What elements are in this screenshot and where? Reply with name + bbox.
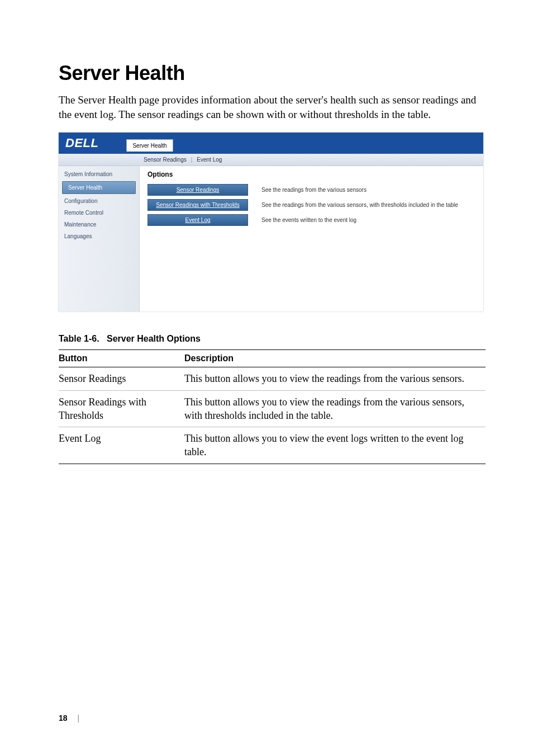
desc-sensor-readings-thresholds: See the readings from the various sensor…	[261, 202, 458, 208]
table-caption-title: Server Health Options	[107, 334, 201, 343]
option-row: Sensor Readings See the readings from th…	[147, 184, 475, 196]
option-row: Event Log See the events written to the …	[147, 214, 475, 226]
table-row: Sensor Readings with Thresholds This but…	[59, 390, 486, 427]
content-title-options: Options	[147, 171, 475, 178]
option-row: Sensor Readings with Thresholds See the …	[147, 199, 475, 211]
th-button: Button	[59, 350, 184, 367]
screenshot-content: Options Sensor Readings See the readings…	[140, 166, 483, 311]
sidebar-item-configuration[interactable]: Configuration	[59, 195, 139, 207]
button-sensor-readings-thresholds[interactable]: Sensor Readings with Thresholds	[147, 199, 248, 211]
screenshot-subnav: Sensor Readings | Event Log	[59, 154, 483, 166]
screenshot-sidebar: System Information Server Health Configu…	[59, 166, 140, 311]
table-caption: Table 1-6. Server Health Options	[59, 334, 486, 344]
subnav-event-log[interactable]: Event Log	[197, 157, 222, 163]
table-row: Event Log This button allows you to view…	[59, 427, 486, 464]
page-number-value: 18	[59, 714, 68, 722]
button-sensor-readings[interactable]: Sensor Readings	[147, 184, 248, 196]
cell-description: This button allows you to view the readi…	[184, 390, 486, 427]
sidebar-item-maintenance[interactable]: Maintenance	[59, 219, 139, 230]
cell-button: Event Log	[59, 427, 184, 464]
sidebar-item-system-information[interactable]: System Information	[59, 168, 139, 180]
button-event-log[interactable]: Event Log	[147, 214, 248, 226]
cell-description: This button allows you to view the event…	[184, 427, 486, 464]
page-number: 18|	[59, 714, 79, 722]
intro-paragraph: The Server Health page provides informat…	[59, 93, 486, 121]
screenshot-body: System Information Server Health Configu…	[59, 166, 483, 311]
page-title: Server Health	[59, 62, 486, 85]
table-caption-number: Table 1-6.	[59, 334, 99, 343]
sidebar-item-languages[interactable]: Languages	[59, 230, 139, 242]
subnav-sensor-readings[interactable]: Sensor Readings	[144, 157, 187, 163]
cell-button: Sensor Readings	[59, 367, 184, 390]
page-number-bar: |	[78, 714, 80, 722]
subnav-separator: |	[191, 157, 193, 163]
header-tab-server-health[interactable]: Server Health	[126, 139, 173, 152]
desc-event-log: See the events written to the event log	[261, 217, 356, 223]
sidebar-item-server-health[interactable]: Server Health	[62, 181, 136, 194]
cell-button: Sensor Readings with Thresholds	[59, 390, 184, 427]
desc-sensor-readings: See the readings from the various sensor…	[261, 187, 367, 193]
screenshot-header: DELL Server Health	[59, 133, 483, 154]
dell-logo: DELL	[65, 136, 98, 150]
sidebar-item-remote-control[interactable]: Remote Control	[59, 207, 139, 219]
server-health-options-table: Button Description Sensor Readings This …	[59, 349, 486, 464]
th-description: Description	[184, 350, 486, 367]
cell-description: This button allows you to view the readi…	[184, 367, 486, 390]
screenshot-panel: DELL Server Health Sensor Readings | Eve…	[59, 133, 483, 311]
table-row: Sensor Readings This button allows you t…	[59, 367, 486, 390]
